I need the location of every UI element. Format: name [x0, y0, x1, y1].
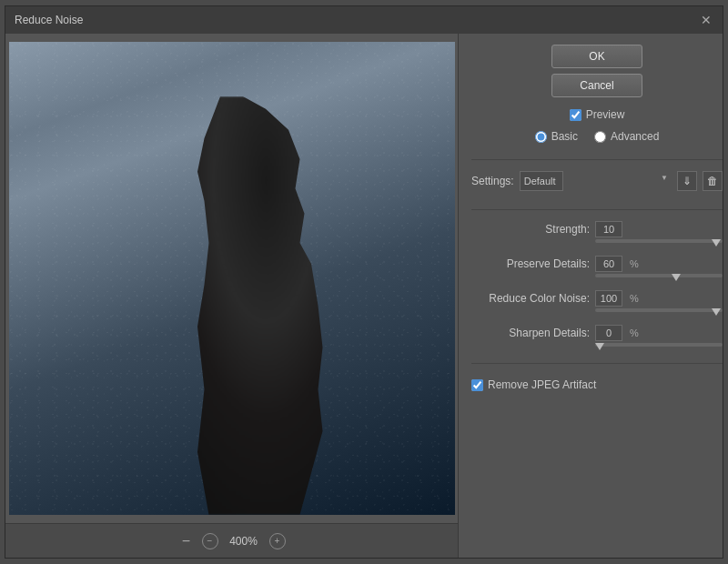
strength-track-row [471, 239, 723, 243]
mode-radio-row: Basic Advanced [471, 130, 723, 143]
preview-row: Preview [471, 108, 723, 121]
jpeg-checkbox-wrap: Remove JPEG Artifact [471, 378, 596, 391]
sharpen-details-label: Sharpen Details: [471, 327, 590, 339]
preserve-details-track[interactable] [595, 274, 723, 277]
color-noise-track[interactable] [595, 308, 723, 312]
divider-1 [471, 159, 723, 160]
sharpen-details-row: Sharpen Details: % [471, 325, 723, 341]
preserve-details-pct: % [630, 258, 639, 269]
sharpen-details-value[interactable] [595, 325, 622, 341]
settings-label: Settings: [471, 175, 514, 187]
color-noise-thumb[interactable] [712, 308, 721, 316]
preserve-details-value[interactable] [595, 256, 622, 272]
title-bar: Reduce Noise ✕ [5, 6, 723, 34]
strength-value[interactable] [595, 221, 622, 237]
preserve-details-thumb[interactable] [672, 274, 681, 281]
strength-row: Strength: [471, 221, 723, 237]
strength-slider-group: Strength: [471, 221, 723, 243]
preview-checkbox-wrap: Preview [570, 108, 625, 121]
zoom-bar: − − 400% + [5, 523, 458, 558]
strength-track[interactable] [595, 239, 723, 243]
color-noise-pct: % [630, 293, 639, 304]
delete-preset-icon: 🗑 [707, 175, 718, 187]
controls-panel: OK Cancel Preview Basic Advanced [458, 34, 723, 558]
zoom-out-icon[interactable]: − [178, 533, 195, 549]
preview-panel: − − 400% + [5, 34, 458, 558]
basic-radio[interactable] [535, 131, 547, 143]
preserve-details-slider-group: Preserve Details: % [471, 256, 723, 277]
jpeg-label: Remove JPEG Artifact [488, 378, 596, 391]
settings-row: Settings: Default Custom ⇓ 🗑 [471, 171, 723, 191]
preview-checkbox[interactable] [570, 109, 581, 121]
zoom-level: 400% [226, 535, 262, 548]
preview-image [9, 42, 455, 515]
advanced-radio[interactable] [594, 131, 606, 143]
advanced-radio-wrap: Advanced [594, 130, 659, 143]
color-noise-label: Reduce Color Noise: [471, 292, 590, 305]
color-noise-row: Reduce Color Noise: % [471, 290, 723, 307]
divider-2 [471, 209, 723, 210]
image-container[interactable] [5, 34, 458, 523]
cancel-button[interactable]: Cancel [551, 74, 642, 97]
color-noise-track-row [471, 308, 723, 312]
save-preset-icon: ⇓ [682, 175, 692, 187]
reduce-noise-dialog: Reduce Noise ✕ − − 400% + OK C [5, 5, 723, 559]
zoom-out-button[interactable]: − [202, 533, 218, 549]
sharpen-details-slider-group: Sharpen Details: % [471, 325, 723, 347]
jpeg-checkbox[interactable] [471, 379, 483, 391]
sharpen-details-pct: % [630, 327, 639, 338]
ok-button[interactable]: OK [551, 45, 642, 68]
sharpen-details-track[interactable] [595, 343, 723, 347]
divider-3 [471, 363, 723, 364]
preserve-details-row: Preserve Details: % [471, 256, 723, 272]
basic-label: Basic [551, 130, 578, 143]
zoom-in-button[interactable]: + [269, 533, 286, 549]
settings-select-wrap: Default Custom [520, 171, 672, 191]
dialog-body: − − 400% + OK Cancel Preview [5, 34, 723, 558]
sharpen-details-thumb[interactable] [595, 343, 604, 350]
basic-radio-wrap: Basic [535, 130, 578, 143]
settings-select[interactable]: Default Custom [520, 171, 563, 191]
preserve-details-label: Preserve Details: [471, 257, 590, 270]
color-noise-slider-group: Reduce Color Noise: % [471, 290, 723, 312]
advanced-label: Advanced [611, 130, 659, 143]
jpeg-row: Remove JPEG Artifact [471, 378, 723, 391]
preserve-details-track-row [471, 274, 723, 277]
preview-label: Preview [586, 108, 625, 121]
close-button[interactable]: ✕ [699, 13, 713, 27]
dialog-title: Reduce Noise [15, 14, 83, 26]
strength-label: Strength: [471, 223, 590, 236]
save-preset-button[interactable]: ⇓ [677, 171, 697, 191]
strength-thumb[interactable] [712, 239, 721, 247]
color-noise-value[interactable] [595, 290, 622, 307]
action-buttons: OK Cancel [471, 45, 723, 97]
sharpen-details-track-row [471, 343, 723, 347]
delete-preset-button[interactable]: 🗑 [703, 171, 723, 191]
